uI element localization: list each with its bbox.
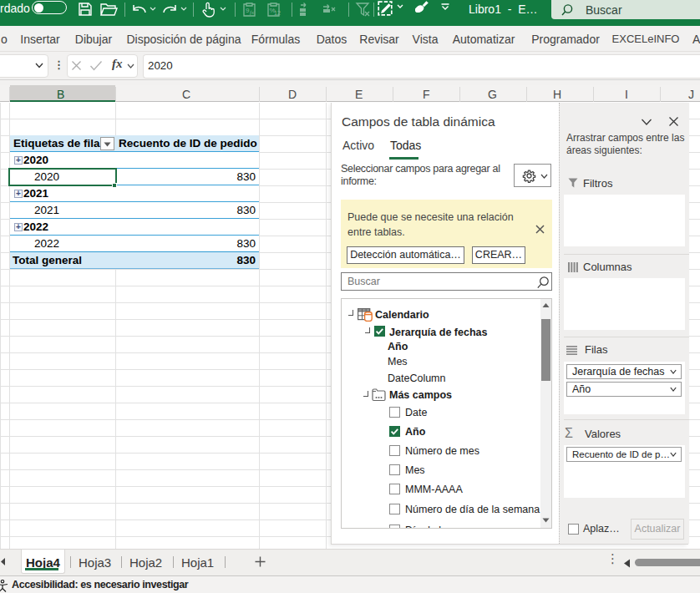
svg-text:12: 12 bbox=[274, 10, 281, 16]
svg-text:fx: fx bbox=[250, 9, 255, 16]
